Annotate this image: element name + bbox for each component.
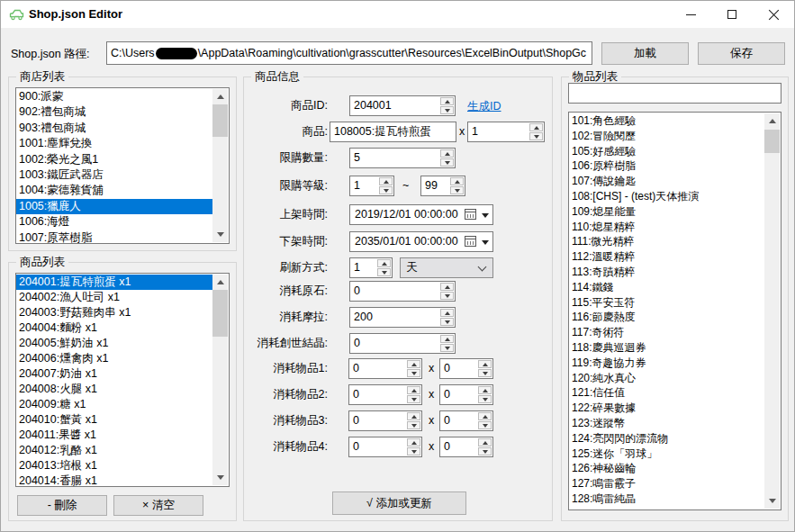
level-max-input[interactable]: 99 <box>420 176 465 196</box>
spin-up-icon[interactable] <box>407 412 420 420</box>
cost-item3-id-input[interactable]: 0 <box>348 410 422 431</box>
delete-button[interactable]: - 刪除 <box>17 495 107 516</box>
list-item[interactable]: 123:迷蹤幣 <box>569 416 764 431</box>
item-search-input[interactable] <box>568 83 781 104</box>
goods-id-input[interactable]: 204001 <box>349 95 456 116</box>
scrollbar-thumb[interactable] <box>212 104 228 137</box>
scrollbar-thumb[interactable] <box>764 130 780 153</box>
shop-listbox[interactable]: 900:派蒙902:禮包商城903:禮包商城1001:塵輝兌換1002:榮光之風… <box>15 87 230 244</box>
maximize-button[interactable] <box>711 1 753 28</box>
list-item[interactable]: 116:節慶熱度 <box>569 310 764 325</box>
item-list-scrollbar[interactable] <box>764 113 780 509</box>
list-item[interactable]: 122:碎果數據 <box>569 401 764 416</box>
cost-item4-id-input[interactable]: 0 <box>348 437 422 457</box>
spin-down-icon[interactable] <box>478 395 492 403</box>
list-item[interactable]: 102:冒險閱歷 <box>569 129 764 144</box>
spin-up-icon[interactable] <box>450 177 464 185</box>
spin-up-icon[interactable] <box>440 149 454 158</box>
cost-item2-count-input[interactable]: 0 <box>439 384 493 405</box>
spin-down-icon[interactable] <box>407 421 420 429</box>
spin-down-icon[interactable] <box>440 106 454 114</box>
spin-up-icon[interactable] <box>478 360 492 368</box>
list-item[interactable]: 101:角色經驗 <box>569 113 764 129</box>
spin-down-icon[interactable] <box>478 369 492 377</box>
spin-up-icon[interactable] <box>440 309 454 317</box>
list-item[interactable]: 112:溫暖精粹 <box>569 249 764 265</box>
list-item[interactable]: 1005:獵鹿人 <box>16 199 212 214</box>
list-item[interactable]: 127:鳴雷霰子 <box>569 476 764 491</box>
spin-down-icon[interactable] <box>407 369 420 377</box>
list-item[interactable]: 900:派蒙 <box>16 89 212 104</box>
cost-item2-id-input[interactable]: 0 <box>348 384 422 405</box>
list-item[interactable]: 118:慶典巡迴券 <box>569 340 764 356</box>
list-item[interactable]: 1003:鐵匠武器店 <box>16 167 212 183</box>
load-button[interactable]: 加載 <box>601 42 689 65</box>
scroll-up-icon[interactable] <box>212 89 228 104</box>
list-item[interactable]: 113:奇蹟精粹 <box>569 265 764 280</box>
list-item[interactable]: 204008:火腿 x1 <box>16 382 212 397</box>
list-item[interactable]: 107:傳說鑰匙 <box>569 174 764 189</box>
list-item[interactable]: 903:禮包商城 <box>16 121 212 136</box>
end-time-picker[interactable]: 2035/01/01 00:00:00 <box>349 231 493 252</box>
begin-time-picker[interactable]: 2019/12/01 00:00:00 <box>349 204 493 225</box>
list-item[interactable]: 204010:蟹黃 x1 <box>16 412 212 428</box>
spin-up-icon[interactable] <box>440 283 454 291</box>
list-item[interactable]: 204003:野菇雞肉串 x1 <box>16 305 212 320</box>
list-item[interactable]: 204005:鮮奶油 x1 <box>16 336 212 351</box>
add-or-update-button[interactable]: √ 添加或更新 <box>332 491 466 515</box>
goods-input[interactable]: 108005:提瓦特煎蛋 <box>330 122 456 142</box>
spin-up-icon[interactable] <box>440 335 454 343</box>
list-item[interactable]: 204004:麵粉 x1 <box>16 320 212 336</box>
list-item[interactable]: 204009:糖 x1 <box>16 397 212 412</box>
generate-id-link[interactable]: 生成ID <box>467 99 501 114</box>
list-item[interactable]: 114:鐵錢 <box>569 280 764 295</box>
minimize-button[interactable] <box>670 1 711 28</box>
list-item[interactable]: 128:鳴雷純晶 <box>569 491 764 507</box>
scrollbar-thumb[interactable] <box>212 290 228 337</box>
list-item[interactable]: 1001:塵輝兌換 <box>16 136 212 151</box>
spin-down-icon[interactable] <box>379 186 393 194</box>
spin-up-icon[interactable] <box>478 412 492 420</box>
list-item[interactable]: 111:微光精粹 <box>569 234 764 249</box>
cost-item1-count-input[interactable]: 0 <box>439 358 493 379</box>
spin-up-icon[interactable] <box>407 438 420 446</box>
refresh-count-input[interactable]: 1 <box>349 257 393 278</box>
close-button[interactable] <box>753 1 794 28</box>
spin-down-icon[interactable] <box>440 292 454 300</box>
list-item[interactable]: 108:[CHS] - (test)天体推演 <box>569 189 764 204</box>
spin-up-icon[interactable] <box>478 386 492 394</box>
list-item[interactable]: 1007:原萃樹脂 <box>16 230 212 244</box>
list-item[interactable]: 1004:蒙德雜貨舖 <box>16 183 212 198</box>
list-item[interactable]: 204006:燻禽肉 x1 <box>16 351 212 366</box>
list-item[interactable]: 902:禮包商城 <box>16 104 212 120</box>
cost-mora-input[interactable]: 200 <box>349 307 456 328</box>
goods-count-input[interactable]: 1 <box>467 122 545 142</box>
path-input[interactable]: C:\Users\AppData\Roaming\cultivation\gra… <box>106 41 592 65</box>
cost-primogem-input[interactable]: 0 <box>349 281 456 302</box>
spin-up-icon[interactable] <box>407 360 420 368</box>
dropdown-arrow-icon[interactable] <box>482 213 489 218</box>
list-item[interactable]: 204012:乳酪 x1 <box>16 443 212 458</box>
scroll-up-icon[interactable] <box>764 113 780 129</box>
goods-list-scrollbar[interactable] <box>212 275 228 485</box>
list-item[interactable]: 204014:香腸 x1 <box>16 473 212 487</box>
spin-down-icon[interactable] <box>450 186 464 194</box>
list-item[interactable]: 106:原粹樹脂 <box>569 158 764 174</box>
save-button[interactable]: 保存 <box>698 42 785 65</box>
goods-listbox[interactable]: 204001:提瓦特煎蛋 x1204002:漁人吐司 x1204003:野菇雞肉… <box>15 273 230 487</box>
spin-down-icon[interactable] <box>440 158 454 167</box>
cost-item1-id-input[interactable]: 0 <box>348 358 422 379</box>
spin-up-icon[interactable] <box>379 177 393 185</box>
list-item[interactable]: 204001:提瓦特煎蛋 x1 <box>16 275 212 290</box>
list-item[interactable]: 121:信任值 <box>569 385 764 401</box>
list-item[interactable]: 204002:漁人吐司 x1 <box>16 290 212 305</box>
spin-up-icon[interactable] <box>377 259 391 267</box>
scroll-down-icon[interactable] <box>764 493 780 509</box>
spin-down-icon[interactable] <box>407 395 420 403</box>
list-item[interactable]: 126:神秘齒輪 <box>569 461 764 476</box>
level-min-input[interactable]: 1 <box>349 176 394 196</box>
limit-count-input[interactable]: 5 <box>349 148 456 168</box>
list-item[interactable]: 119:奇趣協力券 <box>569 356 764 371</box>
scroll-down-icon[interactable] <box>212 470 228 485</box>
scroll-down-icon[interactable] <box>212 227 228 242</box>
